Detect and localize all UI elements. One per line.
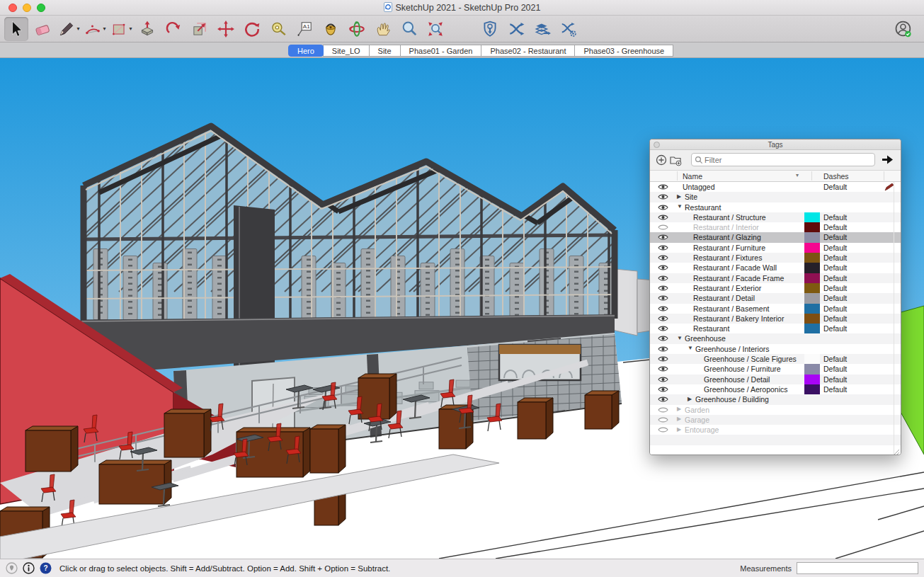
collapse-triangle-icon[interactable]: ▼	[688, 345, 693, 351]
tag-dashes-value[interactable]: Default	[823, 314, 847, 323]
tag-folder-row-greenhouse-interiors[interactable]: ▼Greenhouse / Interiors	[650, 344, 901, 354]
tag-color-swatch[interactable]	[804, 273, 820, 283]
tag-color-swatch[interactable]	[804, 314, 820, 324]
visibility-eye-icon[interactable]	[658, 214, 668, 221]
sort-chevron-icon[interactable]: ▾	[796, 172, 799, 178]
tag-row-restaurant-facade-wall[interactable]: Restaurant / Facade WallDefault	[650, 263, 901, 273]
select-tool-button[interactable]	[4, 17, 28, 41]
orbit-tool-button[interactable]	[345, 17, 369, 41]
tag-color-swatch[interactable]	[804, 243, 820, 253]
visibility-eye-icon[interactable]	[658, 183, 668, 190]
tag-color-swatch[interactable]	[804, 384, 820, 394]
visibility-eye-icon[interactable]	[658, 335, 668, 342]
scene-tab-phase03-greenhouse[interactable]: Phase03 - Greenhouse	[574, 45, 673, 57]
details-arrow-button[interactable]	[881, 153, 895, 166]
tag-color-swatch[interactable]	[804, 263, 820, 273]
line-dropdown-arrow[interactable]: ▾	[76, 25, 79, 32]
tag-color-swatch[interactable]	[804, 304, 820, 314]
tag-row-restaurant-interior[interactable]: Restaurant / InteriorDefault	[650, 222, 901, 232]
push-pull-tool-button[interactable]	[135, 17, 159, 41]
visibility-eye-icon[interactable]	[658, 315, 668, 322]
visibility-eye-icon[interactable]	[658, 345, 668, 353]
tag-color-swatch[interactable]	[804, 253, 820, 263]
help-icon[interactable]: ?	[40, 562, 52, 574]
add-tag-button[interactable]	[655, 154, 668, 166]
tag-dashes-value[interactable]: Default	[823, 233, 847, 241]
tag-dashes-value[interactable]: Default	[823, 183, 847, 191]
eraser-tool-button[interactable]	[30, 17, 55, 41]
tag-folder-row-greenhouse[interactable]: ▼Greenhouse	[650, 333, 901, 343]
tag-row-restaurant-basement[interactable]: Restaurant / BasementDefault	[650, 304, 901, 314]
text-tool-button[interactable]: A1	[292, 17, 316, 41]
column-dashes[interactable]: Dashes	[823, 172, 849, 181]
tag-row-untagged[interactable]: UntaggedDefault	[650, 182, 901, 192]
curves-gear-extension-button[interactable]	[557, 17, 581, 41]
info-icon[interactable]	[23, 562, 35, 574]
tag-row-restaurant-glazing[interactable]: Restaurant / GlazingDefault	[650, 232, 901, 242]
visibility-eye-icon[interactable]	[658, 285, 668, 292]
curves-cross-extension-button[interactable]	[504, 17, 528, 41]
tag-color-swatch[interactable]	[804, 283, 820, 293]
paint-bucket-tool-button[interactable]	[319, 17, 343, 41]
expand-triangle-icon[interactable]: ▶	[677, 193, 681, 200]
rectangle-tool-button[interactable]: ▾	[109, 17, 133, 41]
tape-measure-tool-button[interactable]	[266, 17, 290, 41]
tag-color-swatch[interactable]	[804, 212, 820, 222]
tag-dashes-value[interactable]: Default	[823, 244, 847, 252]
tags-panel-titlebar[interactable]: Tags	[650, 139, 901, 150]
tag-folder-row-restaurant[interactable]: ▼Restaurant	[650, 202, 901, 212]
tag-row-restaurant[interactable]: RestaurantDefault	[650, 324, 901, 333]
tag-row-greenhouse-detail[interactable]: Greenhouse / DetailDefault	[650, 375, 901, 384]
tag-folder-row-entourage[interactable]: ▶Entourage	[650, 425, 901, 435]
panel-close-button[interactable]	[654, 142, 660, 148]
tag-color-swatch[interactable]	[804, 354, 820, 364]
visibility-eye-icon[interactable]	[658, 275, 668, 282]
tag-filter-input[interactable]	[703, 155, 872, 165]
tag-dashes-value[interactable]: Default	[823, 263, 847, 272]
expand-triangle-icon[interactable]: ▶	[677, 416, 681, 422]
tag-row-greenhouse-scale-figures[interactable]: Greenhouse / Scale FiguresDefault	[650, 354, 901, 364]
arc-dropdown-arrow[interactable]: ▾	[103, 25, 105, 32]
visibility-eye-off-icon[interactable]	[658, 426, 668, 433]
expand-triangle-icon[interactable]: ▶	[677, 406, 681, 412]
tag-dashes-value[interactable]: Default	[823, 253, 847, 262]
tag-row-greenhouse-aeroponics[interactable]: Greenhouse / AeroponicsDefault	[650, 384, 901, 394]
collapse-triangle-icon[interactable]: ▼	[677, 335, 683, 341]
tag-row-restaurant-fixtures[interactable]: Restaurant / FixturesDefault	[650, 253, 901, 263]
scene-tab-phase01-garden[interactable]: Phase01 - Garden	[400, 45, 482, 57]
move-tool-button[interactable]	[214, 17, 238, 41]
arc-tool-button[interactable]: ▾	[83, 17, 107, 41]
visibility-eye-icon[interactable]	[658, 355, 668, 362]
visibility-eye-off-icon[interactable]	[658, 406, 668, 413]
visibility-eye-off-icon[interactable]	[658, 224, 668, 231]
pan-tool-button[interactable]	[371, 17, 395, 41]
tag-color-swatch[interactable]	[804, 375, 820, 384]
visibility-eye-icon[interactable]	[658, 204, 668, 211]
tag-color-swatch[interactable]	[804, 232, 820, 242]
tag-dashes-value[interactable]: Default	[823, 223, 847, 232]
rectangle-dropdown-arrow[interactable]: ▾	[129, 25, 132, 32]
tag-color-swatch[interactable]	[804, 293, 820, 303]
line-tool-button[interactable]: ▾	[57, 17, 81, 41]
tag-dashes-value[interactable]: Default	[823, 365, 847, 373]
tag-dashes-value[interactable]: Default	[823, 375, 847, 384]
offset-tool-button[interactable]	[188, 17, 212, 41]
visibility-eye-icon[interactable]	[658, 325, 668, 332]
scene-tab-phase02-restaurant[interactable]: Phase02 - Restaurant	[481, 45, 575, 57]
scene-tab-site-lo[interactable]: Site_LO	[323, 45, 370, 57]
tag-dashes-value[interactable]: Default	[823, 213, 847, 222]
tag-dashes-value[interactable]: Default	[823, 294, 847, 302]
tag-row-restaurant-structure[interactable]: Restaurant / StructureDefault	[650, 212, 901, 222]
visibility-eye-icon[interactable]	[658, 376, 668, 383]
tags-column-header[interactable]: Name ▾ Dashes	[650, 170, 901, 182]
add-tag-folder-button[interactable]	[669, 154, 682, 166]
tag-row-restaurant-bakery-interior[interactable]: Restaurant / Bakery InteriorDefault	[650, 314, 901, 324]
pencil-icon[interactable]	[884, 183, 894, 191]
rotate-tool-button[interactable]	[240, 17, 264, 41]
column-name[interactable]: Name	[683, 172, 702, 181]
tag-dashes-value[interactable]: Default	[823, 284, 847, 292]
tag-dashes-value[interactable]: Default	[823, 355, 847, 363]
tag-row-restaurant-furniture[interactable]: Restaurant / FurnitureDefault	[650, 243, 901, 253]
tag-row-restaurant-facade-frame[interactable]: Restaurant / Facade FrameDefault	[650, 273, 901, 283]
visibility-eye-icon[interactable]	[658, 234, 668, 241]
